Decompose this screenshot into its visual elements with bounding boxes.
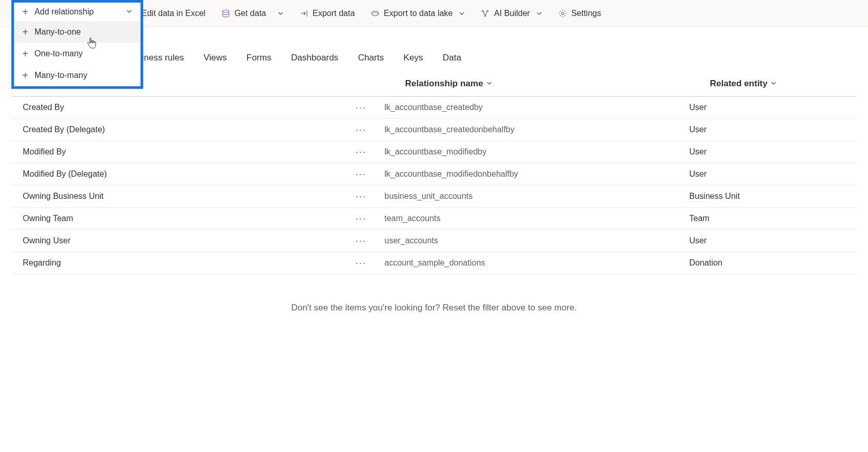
display-name-cell: Modified By (Delegate) <box>23 169 355 179</box>
chevron-down-icon <box>486 79 492 88</box>
more-actions-icon[interactable]: ··· <box>355 236 366 246</box>
add-relationship-dropdown: + Add relationship + Many-to-one + One-t… <box>11 0 143 89</box>
footer-help-message: Don't see the items you're looking for? … <box>0 303 868 313</box>
related-entity-header-label: Related entity <box>710 79 767 89</box>
relationship-name-header-label: Relationship name <box>405 79 483 89</box>
svg-point-6 <box>561 12 564 14</box>
export-lake-label: Export to data lake <box>384 9 453 18</box>
plus-icon: + <box>22 70 28 81</box>
more-actions-icon[interactable]: ··· <box>355 124 366 135</box>
edit-excel-label: Edit data in Excel <box>142 9 206 18</box>
tab-dashboards[interactable]: Dashboards <box>291 49 338 67</box>
plus-icon: + <box>22 27 28 37</box>
chevron-down-icon <box>459 10 465 17</box>
table-row[interactable]: Modified By (Delegate)···lk_accountbase_… <box>11 163 857 185</box>
get-data-label: Get data <box>235 9 266 18</box>
data-lake-icon <box>370 9 380 18</box>
settings-label: Settings <box>571 9 601 18</box>
more-actions-icon[interactable]: ··· <box>355 147 366 158</box>
dropdown-item-many-to-one[interactable]: + Many-to-one <box>14 21 141 43</box>
plus-icon: + <box>22 49 28 59</box>
chevron-down-icon <box>277 10 284 17</box>
export-data-button[interactable]: Export data <box>293 6 361 21</box>
more-actions-icon[interactable]: ··· <box>355 213 366 224</box>
tab-keys[interactable]: Keys <box>404 49 423 67</box>
database-icon <box>221 9 230 18</box>
related-entity-cell: User <box>689 147 841 157</box>
display-name-cell: Owning Team <box>23 214 355 223</box>
relationship-name-cell: user_accounts <box>384 236 689 245</box>
export-data-lake-button[interactable]: Export to data lake <box>364 6 471 21</box>
table-row[interactable]: Regarding···account_sample_donationsDona… <box>11 252 857 274</box>
table-body: Created By···lk_accountbase_createdbyUse… <box>11 97 857 274</box>
related-entity-cell: User <box>689 236 841 245</box>
col-header-relationship-name[interactable]: Relationship name <box>405 79 710 89</box>
dropdown-item-label: One-to-many <box>35 49 83 58</box>
display-name-cell: Owning Business Unit <box>23 192 355 201</box>
related-entity-cell: Business Unit <box>689 192 841 201</box>
relationships-table: Display name ↑ Relationship name Related… <box>0 71 868 274</box>
relationship-name-cell: business_unit_accounts <box>384 192 689 201</box>
get-data-button[interactable]: Get data <box>215 6 290 21</box>
relationship-name-cell: account_sample_donations <box>384 258 689 268</box>
chevron-down-icon <box>770 79 777 88</box>
add-relationship-header-label: Add relationship <box>35 7 94 17</box>
relationship-name-cell: lk_accountbase_modifiedby <box>384 147 689 157</box>
tab-views[interactable]: Views <box>204 49 227 67</box>
related-entity-cell: User <box>689 125 841 134</box>
table-row[interactable]: Created By (Delegate)···lk_accountbase_c… <box>11 119 857 141</box>
relationship-name-cell: lk_accountbase_createdonbehalfby <box>384 125 689 134</box>
tab-forms[interactable]: Forms <box>246 49 271 67</box>
chevron-down-icon <box>536 10 542 17</box>
relationship-name-cell: lk_accountbase_createdby <box>384 103 689 112</box>
related-entity-cell: User <box>689 169 841 179</box>
gear-icon <box>558 9 567 18</box>
display-name-cell: Regarding <box>23 258 355 268</box>
table-row[interactable]: Owning User···user_accountsUser <box>11 230 857 252</box>
export-icon <box>299 9 308 18</box>
svg-point-2 <box>371 11 379 15</box>
display-name-cell: Modified By <box>23 147 355 157</box>
related-entity-cell: Team <box>689 214 841 223</box>
tab-data[interactable]: Data <box>443 49 461 67</box>
ai-builder-button[interactable]: AI Builder <box>474 6 548 21</box>
display-name-cell: Created By (Delegate) <box>23 125 355 134</box>
dropdown-item-label: Many-to-one <box>35 27 81 37</box>
more-actions-icon[interactable]: ··· <box>355 191 366 202</box>
table-row[interactable]: Created By···lk_accountbase_createdbyUse… <box>11 97 857 119</box>
ai-builder-label: AI Builder <box>494 9 530 18</box>
table-row[interactable]: Owning Team···team_accountsTeam <box>11 208 857 230</box>
display-name-cell: Owning User <box>23 236 355 245</box>
dropdown-item-one-to-many[interactable]: + One-to-many <box>14 43 141 65</box>
svg-point-5 <box>485 15 486 17</box>
chevron-down-icon <box>126 7 132 17</box>
export-data-label: Export data <box>313 9 355 18</box>
svg-point-1 <box>223 10 229 12</box>
col-header-related-entity[interactable]: Related entity <box>710 79 841 89</box>
relationship-name-cell: team_accounts <box>384 214 689 223</box>
more-actions-icon[interactable]: ··· <box>355 102 366 113</box>
add-relationship-header[interactable]: + Add relationship <box>14 3 141 21</box>
table-row[interactable]: Modified By···lk_accountbase_modifiedbyU… <box>11 141 857 163</box>
dropdown-item-many-to-many[interactable]: + Many-to-many <box>14 65 141 86</box>
settings-button[interactable]: Settings <box>552 6 608 21</box>
ai-builder-icon <box>481 9 490 18</box>
more-actions-icon[interactable]: ··· <box>355 258 366 269</box>
display-name-cell: Created By <box>23 103 355 112</box>
relationship-name-cell: lk_accountbase_modifiedonbehalfby <box>384 169 689 179</box>
more-actions-icon[interactable]: ··· <box>355 169 366 180</box>
dropdown-item-label: Many-to-many <box>35 71 87 80</box>
tab-charts[interactable]: Charts <box>358 49 384 67</box>
related-entity-cell: Donation <box>689 258 841 268</box>
table-row[interactable]: Owning Business Unit···business_unit_acc… <box>11 185 857 208</box>
plus-icon: + <box>22 7 28 17</box>
related-entity-cell: User <box>689 103 841 112</box>
